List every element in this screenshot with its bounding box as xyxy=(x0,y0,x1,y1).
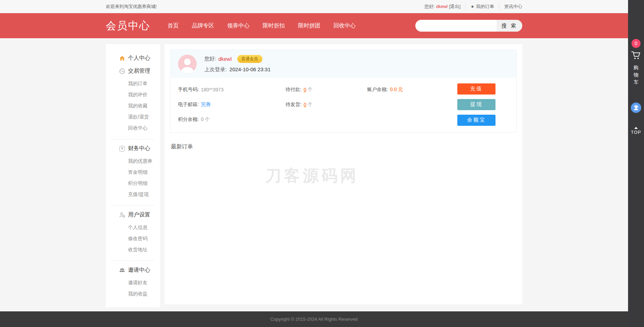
copyright-text: Copyright © 2015-2024 All Rights Reserve… xyxy=(270,317,358,322)
topbar-links: 您好: dkewl [退出] ★ 我的订单 资讯中心 xyxy=(420,3,522,10)
latest-orders-title: 最新订单 xyxy=(170,143,517,150)
yuebao-button[interactable]: 余额宝 xyxy=(457,115,495,126)
search-button[interactable]: 搜 索 xyxy=(497,20,522,32)
sidebar-section-personal-center[interactable]: 个人中心 xyxy=(106,55,160,62)
sidebar-item-refunds[interactable]: 退款/退货 xyxy=(106,112,160,122)
nav-recycle-center[interactable]: 回收中心 xyxy=(333,22,356,30)
logout-link[interactable]: [退出] xyxy=(449,3,460,10)
email-cell: 电子邮箱: 完善 xyxy=(178,97,286,112)
sidebar-item-my-orders[interactable]: 我的订单 xyxy=(106,79,160,88)
sidebar-item-fund-details[interactable]: 资金明细 xyxy=(106,167,160,177)
email-complete-link[interactable]: 完善 xyxy=(201,101,211,108)
sidebar-list-invite: 邀请好友 我的收益 xyxy=(106,278,160,299)
sidebar-section-invite[interactable]: 邀请中心 xyxy=(106,267,160,274)
balance-label: 账户余额: xyxy=(367,87,388,93)
empty-cell xyxy=(367,112,457,127)
sidebar-item-recharge-withdraw[interactable]: 充值/提现 xyxy=(106,190,160,199)
sidebar-list-user-settings: 个人信息 修改密码 收货地址 xyxy=(106,223,160,254)
phone-value: 180**3973 xyxy=(201,87,223,92)
sidebar-item-my-favorites[interactable]: 我的收藏 xyxy=(106,101,160,111)
nav-flash-discount[interactable]: 限时折扣 xyxy=(263,22,285,30)
sidebar-item-invite-friends[interactable]: 邀请好友 xyxy=(106,278,160,287)
pending-payment-count-link[interactable]: 0 xyxy=(304,87,306,92)
username-link[interactable]: dkewl xyxy=(436,4,448,9)
sidebar-item-points-details[interactable]: 积分明细 xyxy=(106,179,160,188)
withdraw-button[interactable]: 提现 xyxy=(457,99,495,110)
cart-icon[interactable] xyxy=(631,51,641,61)
last-login-value: 2024-10-06 23:31 xyxy=(229,66,270,72)
back-to-top-button[interactable]: TOP xyxy=(631,127,641,135)
account-actions: 充值 提现 余额宝 xyxy=(457,83,509,126)
sidebar-section-user-settings[interactable]: 用户设置 xyxy=(106,211,160,219)
invite-icon xyxy=(119,267,125,273)
phone-cell: 手机号码: 180**3973 xyxy=(178,82,286,97)
pending-shipment-label: 待发货: xyxy=(286,101,302,108)
search-input[interactable] xyxy=(415,20,497,32)
sidebar-item-shipping-address[interactable]: 收货地址 xyxy=(106,245,160,254)
account-grid: 手机号码: 180**3973 待付款: 0 个 账户余额: 0.0 元 电 xyxy=(170,78,516,132)
sidebar-section-trade[interactable]: 交易管理 xyxy=(106,67,160,75)
footer: Copyright © 2015-2024 All Rights Reserve… xyxy=(0,311,628,327)
page-watermark: 刀客源码网 xyxy=(170,165,517,187)
sidebar-item-my-coupons[interactable]: 我的优惠券 xyxy=(106,156,160,166)
empty-cell xyxy=(286,112,367,127)
nav-group-buy[interactable]: 限时拼团 xyxy=(298,22,320,30)
avatar[interactable] xyxy=(178,55,197,73)
main-header: 会员中心 首页 品牌专区 领券中心 限时折扣 限时拼团 回收中心 搜 索 xyxy=(0,13,628,38)
sidebar: 个人中心 交易管理 我的订单 我的评价 我的收藏 退款/退货 回收中心 ¥ xyxy=(106,44,160,307)
main-panel: 您好: dkewl 普通会员 上次登录: 2024-10-06 23:31 手机… xyxy=(164,44,522,304)
site-logo[interactable]: 会员中心 xyxy=(106,19,150,33)
nav-brand-zone[interactable]: 品牌专区 xyxy=(192,22,214,30)
main-nav: 首页 品牌专区 领券中心 限时折扣 限时拼团 回收中心 xyxy=(168,22,369,30)
my-orders-link[interactable]: ★ 我的订单 xyxy=(465,3,499,10)
email-label: 电子邮箱: xyxy=(178,101,199,108)
pending-payment-cell: 待付款: 0 个 xyxy=(286,82,367,97)
star-icon: ★ xyxy=(471,4,474,9)
trade-icon xyxy=(119,68,125,74)
home-icon xyxy=(119,55,125,62)
cart-label[interactable]: 购物车 xyxy=(634,64,639,86)
user-banner: 您好: dkewl 普通会员 上次登录: 2024-10-06 23:31 xyxy=(170,50,516,78)
sidebar-item-profile[interactable]: 个人信息 xyxy=(106,223,160,232)
sidebar-section-title: 交易管理 xyxy=(128,67,150,75)
sidebar-section-title: 邀请中心 xyxy=(128,267,150,274)
greeting-prefix: 您好: xyxy=(424,3,435,10)
sidebar-item-my-earnings[interactable]: 我的收益 xyxy=(106,289,160,299)
float-bar: 0 购物车 TOP xyxy=(628,0,644,327)
nav-coupon-center[interactable]: 领券中心 xyxy=(227,22,249,30)
customer-service-button[interactable] xyxy=(631,103,641,113)
last-login-label: 上次登录: xyxy=(204,66,227,72)
up-arrow-icon xyxy=(634,127,638,129)
news-center-link[interactable]: 资讯中心 xyxy=(499,3,522,10)
finance-icon: ¥ xyxy=(119,146,125,152)
pending-payment-label: 待付款: xyxy=(286,87,302,93)
sidebar-section-title: 财务中心 xyxy=(128,145,150,152)
search-bar: 搜 索 xyxy=(415,20,522,32)
sidebar-section-title: 用户设置 xyxy=(128,211,150,219)
balance-cell: 账户余额: 0.0 元 xyxy=(367,82,457,97)
page: 欢迎来到淘宝优惠券商城! 您好: dkewl [退出] ★ 我的订单 资讯中心 … xyxy=(0,0,628,327)
member-level-badge[interactable]: 普通会员 xyxy=(237,55,262,63)
nav-home[interactable]: 首页 xyxy=(168,22,179,30)
cart-count-badge[interactable]: 0 xyxy=(632,39,641,48)
sidebar-divider xyxy=(111,205,154,206)
pending-shipment-count-link[interactable]: 0 xyxy=(304,102,306,107)
pending-shipment-unit: 个 xyxy=(308,101,313,108)
points-value: 0 个 xyxy=(201,116,210,123)
sidebar-divider xyxy=(111,139,154,139)
back-to-top-label: TOP xyxy=(631,130,641,135)
recharge-button[interactable]: 充值 xyxy=(457,83,495,95)
pending-shipment-cell: 待发货: 0 个 xyxy=(286,97,367,112)
points-cell: 积分余额: 0 个 xyxy=(178,112,286,127)
sidebar-item-change-password[interactable]: 修改密码 xyxy=(106,234,160,243)
sidebar-divider xyxy=(111,261,154,261)
sidebar-item-my-reviews[interactable]: 我的评价 xyxy=(106,90,160,99)
sidebar-item-recycle-center[interactable]: 回收中心 xyxy=(106,123,160,133)
empty-cell xyxy=(367,97,457,112)
greeting-block: 您好: dkewl [退出] xyxy=(420,3,465,10)
sidebar-list-finance: 我的优惠券 资金明细 积分明细 充值/提现 xyxy=(106,156,160,199)
topbar: 欢迎来到淘宝优惠券商城! 您好: dkewl [退出] ★ 我的订单 资讯中心 xyxy=(0,0,628,13)
sidebar-list-trade: 我的订单 我的评价 我的收藏 退款/退货 回收中心 xyxy=(106,79,160,133)
welcome-text: 欢迎来到淘宝优惠券商城! xyxy=(106,3,157,10)
sidebar-section-finance[interactable]: ¥ 财务中心 xyxy=(106,145,160,152)
